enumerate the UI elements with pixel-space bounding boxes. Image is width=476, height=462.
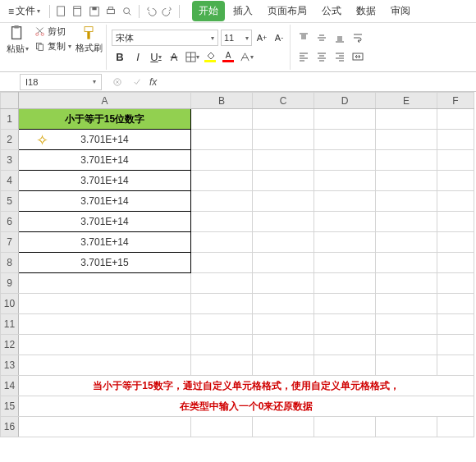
cell[interactable] [314,273,376,294]
cell[interactable] [376,109,437,130]
col-header-A[interactable]: A [19,93,191,109]
cell[interactable] [376,253,437,273]
cell[interactable] [314,130,376,150]
cell[interactable] [437,314,474,335]
fx-cancel-icon[interactable] [110,75,125,89]
align-center-button[interactable] [314,48,330,65]
cell[interactable] [437,273,474,294]
copy-button[interactable]: 复制▾ [34,39,71,53]
underline-button[interactable]: U▾ [148,48,164,65]
cell[interactable] [376,335,437,355]
tab-formula[interactable]: 公式 [315,1,348,21]
cell[interactable] [191,171,253,191]
cell[interactable] [191,273,253,294]
cell[interactable] [376,355,437,376]
col-header-C[interactable]: C [253,93,314,109]
font-color-button[interactable]: A [220,48,236,65]
format-painter-button[interactable]: 格式刷 [75,25,103,55]
cell[interactable] [314,417,376,437]
row-header[interactable]: 15 [1,396,19,417]
qat-undo-icon[interactable] [144,4,158,19]
cell[interactable] [191,150,253,171]
cell[interactable] [191,335,253,355]
cell[interactable] [314,253,376,273]
cell-A1[interactable]: 小于等于15位数字 [19,109,191,130]
cell[interactable] [314,171,376,191]
cell[interactable] [314,150,376,171]
paste-button[interactable]: 粘贴▾ [3,25,31,55]
italic-button[interactable]: I [130,48,146,65]
cell[interactable] [376,314,437,335]
cell-note-1[interactable]: 当小于等于15数字，通过自定义单元格格式，使用自定义单元格格式， [19,376,474,396]
cell[interactable] [437,355,474,376]
tab-page-layout[interactable]: 页面布局 [261,1,314,21]
cell[interactable] [253,417,314,437]
col-header-F[interactable]: F [437,93,474,109]
cell-note-2[interactable]: 在类型中输入一个0来还原数据 [19,396,474,417]
cell[interactable] [437,109,474,130]
font-size-select[interactable]: 11 ▾ [221,30,252,46]
cell[interactable] [191,314,253,335]
cell[interactable] [314,335,376,355]
cell[interactable] [191,355,253,376]
qat-print-icon[interactable] [103,4,118,19]
row-header[interactable]: 6 [1,212,19,232]
cell[interactable] [253,212,314,232]
font-increase-button[interactable]: A+ [254,30,269,46]
cell[interactable] [253,150,314,171]
cell[interactable] [19,355,191,376]
cell[interactable] [191,232,253,253]
cell[interactable] [253,109,314,130]
cell[interactable] [376,232,437,253]
select-all-corner[interactable] [1,93,19,109]
cell[interactable] [253,130,314,150]
spreadsheet-grid[interactable]: A B C D E F 1小于等于15位数字 23.701E+14 33.701… [0,92,474,437]
cell[interactable] [437,191,474,212]
cell[interactable] [191,191,253,212]
cell[interactable] [253,253,314,273]
cell[interactable] [314,355,376,376]
cell[interactable] [253,232,314,253]
cell[interactable] [376,191,437,212]
cell[interactable] [314,212,376,232]
cell-A2[interactable]: 3.701E+14 [19,130,191,150]
row-header[interactable]: 7 [1,232,19,253]
cell-A4[interactable]: 3.701E+14 [19,171,191,191]
row-header[interactable]: 12 [1,335,19,355]
align-top-button[interactable] [295,30,312,46]
cell[interactable] [253,314,314,335]
cell[interactable] [253,294,314,314]
tab-start[interactable]: 开始 [192,1,225,21]
wrap-text-button[interactable] [350,30,366,46]
cell[interactable] [376,212,437,232]
cell[interactable] [437,253,474,273]
cell[interactable] [376,130,437,150]
row-header[interactable]: 8 [1,253,19,273]
cell[interactable] [253,355,314,376]
cell-A5[interactable]: 3.701E+14 [19,191,191,212]
tab-insert[interactable]: 插入 [227,1,259,21]
cell[interactable] [376,294,437,314]
cell[interactable] [253,171,314,191]
cell[interactable] [376,273,437,294]
qat-new-icon[interactable] [54,4,69,19]
row-header[interactable]: 2 [1,130,19,150]
cell[interactable] [376,171,437,191]
row-header[interactable]: 4 [1,171,19,191]
row-header[interactable]: 14 [1,376,19,396]
cell[interactable] [437,335,474,355]
cell[interactable] [437,417,474,437]
merge-button[interactable] [350,48,366,65]
align-left-button[interactable] [295,48,312,65]
row-header[interactable]: 13 [1,355,19,376]
cell[interactable] [19,335,191,355]
cell[interactable] [191,294,253,314]
cell[interactable] [191,109,253,130]
cell[interactable] [253,335,314,355]
fill-color-button[interactable] [202,48,218,65]
cell[interactable] [253,191,314,212]
strikethrough-button[interactable]: A [166,48,182,65]
fx-label[interactable]: fx [149,76,157,88]
cell[interactable] [314,314,376,335]
cell[interactable] [191,130,253,150]
